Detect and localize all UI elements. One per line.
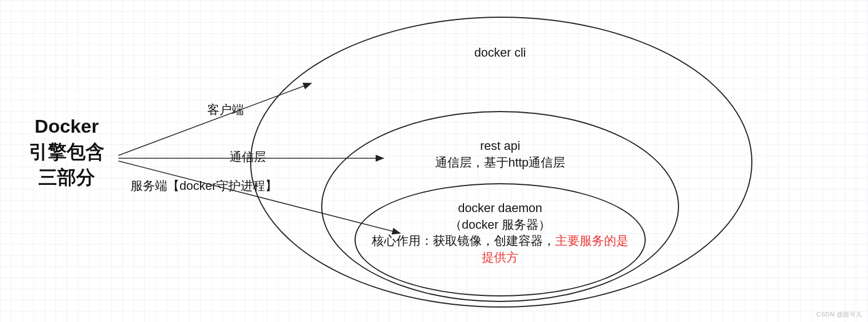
inner-line1: docker daemon [458,201,542,215]
arrow-label-server: 服务端【docker守护进程】 [131,178,277,194]
arrow-label-comm: 通信层 [230,149,266,165]
inner-line2: （docker 服务器） [450,218,551,232]
outer-ellipse-label: docker cli [445,44,556,61]
inner-ellipse-label: docker daemon （docker 服务器） 核心作用：获取镜像，创建容… [367,200,633,266]
mid-line1: rest api [480,139,520,153]
watermark: CSDN @甜可儿 [816,310,862,319]
diagram-title: Docker 引擎包含 三部分 [17,114,117,190]
mid-ellipse-label: rest api 通信层，基于http通信层 [367,138,633,170]
inner-line3-pre: 核心作用：获取镜像，创建容器， [372,234,555,248]
diagram-canvas: Docker 引擎包含 三部分 docker cli rest api 通信层，… [0,0,868,322]
mid-line2: 通信层，基于http通信层 [435,155,566,169]
arrow-label-client: 客户端 [207,102,244,118]
